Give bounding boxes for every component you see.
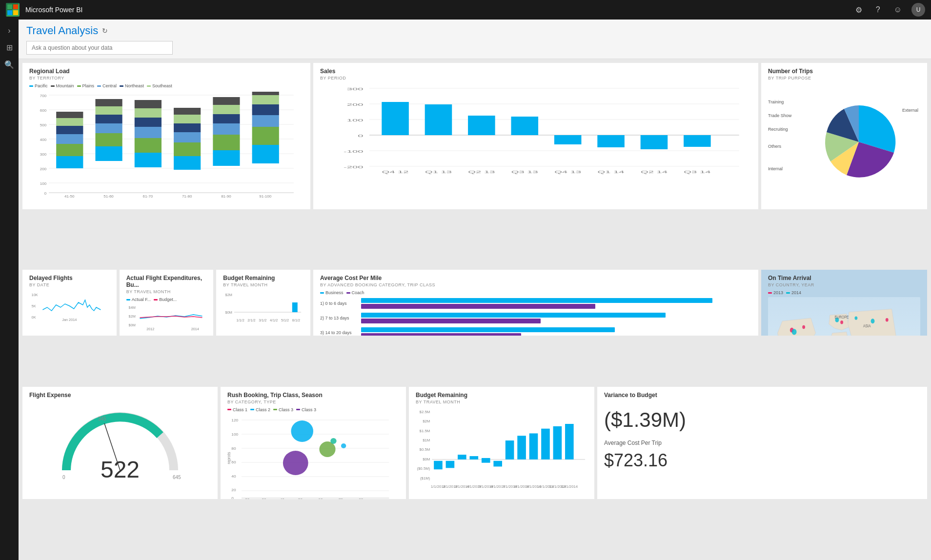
svg-rect-1 — [13, 4, 18, 9]
svg-text:400: 400 — [40, 138, 47, 142]
svg-text:$0M: $0M — [423, 457, 430, 461]
avg-cost-card[interactable]: Average Cost Per Mile BY ADVANCED BOOKIN… — [313, 270, 758, 336]
svg-rect-173 — [493, 460, 502, 466]
svg-text:Q2 13: Q2 13 — [468, 170, 495, 174]
avg-cost-subtitle: BY ADVANCED BOOKING CATEGORY, TRIP CLASS — [320, 282, 751, 287]
svg-text:5/1/2: 5/1/2 — [281, 318, 289, 322]
svg-text:2/1/2: 2/1/2 — [248, 318, 256, 322]
svg-text:700: 700 — [40, 94, 47, 98]
flight-expense-card[interactable]: Flight Expense 0 645 345 — [22, 387, 218, 499]
svg-text:Q1 14: Q1 14 — [598, 170, 625, 174]
avg-cost-trip-value: $723.16 — [604, 450, 920, 471]
budget-large-title: Budget Remaining — [416, 392, 587, 399]
settings-icon[interactable]: ⚙ — [851, 3, 866, 17]
svg-rect-20 — [56, 156, 83, 168]
budget-remaining-large-card[interactable]: Budget Remaining BY TRAVEL MONTH $2.5M $… — [409, 387, 594, 499]
svg-rect-28 — [95, 123, 122, 133]
svg-rect-29 — [95, 115, 122, 123]
rush-booking-card[interactable]: Rush Booking, Trip Class, Season BY CATE… — [221, 387, 406, 499]
rush-booking-subtitle: BY CATEGORY, TYPE — [227, 400, 399, 404]
svg-text:8/1/2: 8/1/2 — [292, 318, 300, 322]
svg-rect-3 — [13, 10, 18, 15]
svg-text:71-80: 71-80 — [182, 194, 192, 198]
sales-card[interactable]: Sales BY PERIOD 300 200 100 — [313, 63, 758, 209]
actual-expenditures-card[interactable]: Actual Flight Expenditures, Bu... BY TRA… — [120, 270, 214, 336]
svg-rect-79 — [597, 135, 625, 147]
svg-rect-0 — [7, 4, 12, 9]
svg-text:40: 40 — [231, 474, 236, 479]
svg-rect-31 — [95, 99, 122, 106]
svg-rect-172 — [482, 458, 490, 463]
variance-budget-card[interactable]: Variance to Budget ($1.39M) Average Cost… — [597, 387, 927, 499]
trips-subtitle: BY TRIP PURPOSE — [768, 76, 920, 80]
svg-rect-39 — [174, 142, 201, 156]
svg-rect-25 — [56, 112, 83, 118]
svg-rect-46 — [213, 123, 240, 135]
budget-remaining-small-card[interactable]: Budget Remaining BY TRAVEL MONTH $2M $0M… — [216, 270, 310, 336]
avg-cost-legend: Business Coach — [320, 290, 751, 295]
dashboard: Regional Load BY TERRITORY Pacific Mount… — [19, 59, 931, 560]
svg-text:NORTH: NORTH — [789, 336, 801, 336]
on-time-legend: 2013 2014 — [768, 290, 920, 295]
svg-text:600: 600 — [40, 108, 47, 113]
svg-text:100: 100 — [40, 181, 47, 186]
svg-rect-78 — [554, 135, 582, 144]
app-logo — [6, 3, 20, 17]
sidebar-search[interactable]: 🔍 — [0, 57, 18, 72]
sidebar-home[interactable]: ⊞ — [0, 40, 18, 55]
qa-input[interactable] — [26, 41, 173, 55]
svg-text:0: 0 — [231, 496, 234, 499]
svg-rect-168 — [434, 460, 443, 469]
legend-plains: Plains — [77, 83, 95, 88]
cost-row-1: 1) 0 to 6 days — [320, 298, 751, 309]
svg-text:Q2 14: Q2 14 — [641, 170, 668, 174]
rush-booking-title: Rush Booking, Trip Class, Season — [227, 392, 399, 399]
svg-text:2014: 2014 — [191, 327, 199, 331]
svg-text:ASIA: ASIA — [863, 323, 871, 328]
cost-row-3: 3) 14 to 20 days — [320, 327, 751, 336]
delayed-flights-title: Delayed Flights — [29, 275, 110, 281]
legend-northeast: Northeast — [120, 83, 144, 88]
svg-rect-37 — [135, 100, 162, 108]
svg-point-158 — [341, 443, 346, 448]
on-time-card[interactable]: On Time Arrival BY COUNTRY, YEAR 2013 20… — [761, 270, 927, 336]
svg-text:200: 200 — [40, 167, 47, 171]
map-background: NORTH AMERICA SOUTH AMERICA AFRICA ASIA … — [768, 297, 920, 336]
label-training: Training — [768, 98, 791, 106]
label-others: Others — [768, 142, 791, 150]
budget-large-chart: $2.5M $2M $1.5M $1M $0.5M $0M ($0.5M) ($… — [416, 407, 587, 490]
variance-title: Variance to Budget — [604, 392, 920, 399]
rush-booking-legend: Class 1 Class 2 Class 3 Class 3 — [227, 407, 399, 412]
svg-text:100: 100 — [347, 118, 364, 122]
svg-text:61-70: 61-70 — [143, 194, 153, 198]
svg-rect-45 — [213, 135, 240, 150]
svg-rect-48 — [213, 105, 240, 114]
regional-load-card[interactable]: Regional Load BY TERRITORY Pacific Mount… — [22, 63, 310, 209]
svg-rect-35 — [135, 118, 162, 127]
refresh-icon[interactable]: ↻ — [102, 27, 108, 35]
svg-text:0K: 0K — [32, 315, 37, 320]
svg-rect-53 — [252, 104, 279, 115]
help-icon[interactable]: ? — [872, 3, 884, 16]
avatar[interactable]: U — [911, 3, 925, 17]
svg-rect-24 — [56, 118, 83, 126]
expenditures-subtitle: BY TRAVEL MONTH — [126, 289, 207, 294]
svg-rect-33 — [135, 138, 162, 153]
svg-rect-75 — [425, 104, 452, 135]
svg-text:Q3 14: Q3 14 — [684, 170, 711, 174]
sidebar-chevron[interactable]: › — [0, 23, 18, 38]
trips-card[interactable]: Number of Trips BY TRIP PURPOSE Training… — [761, 63, 927, 209]
svg-rect-50 — [252, 145, 279, 163]
svg-point-116 — [886, 318, 889, 321]
expenditures-legend: Actual F... Budget... — [126, 297, 207, 302]
user-icon[interactable]: ☺ — [890, 3, 906, 16]
topbar: Microsoft Power BI ⚙ ? ☺ U — [0, 0, 931, 20]
label-external: External — [902, 108, 918, 113]
svg-text:3/1/2: 3/1/2 — [259, 318, 267, 322]
legend-mountain: Mountain — [51, 83, 74, 88]
delayed-flights-card[interactable]: Delayed Flights BY DATE 10K 5K 0K Jan 20… — [22, 270, 117, 336]
svg-text:60: 60 — [318, 498, 323, 499]
svg-text:80: 80 — [231, 446, 236, 451]
svg-text:0: 0 — [358, 134, 363, 138]
avg-cost-bars: 1) 0 to 6 days 2) 7 to 13 days — [320, 298, 751, 336]
